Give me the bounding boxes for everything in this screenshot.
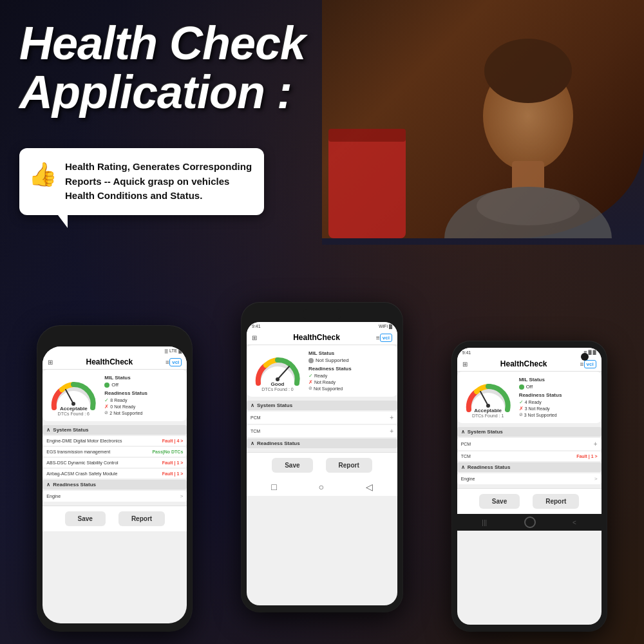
engine-row-1: Engine > [43,491,187,502]
main-title: Health Check Application : [19,19,305,117]
svg-line-11 [480,392,488,406]
svg-point-2 [484,39,572,103]
app-header-2: ⊞ HealthCheck ≡ vci [247,330,397,345]
system-row-2-tcm: TCM + [247,425,397,437]
save-button-3[interactable]: Save [479,494,520,509]
status-bar-1: ||| LTE ▓ [43,346,187,355]
phones-container: ||| LTE ▓ ⊞ HealthCheck ≡ vci [0,303,644,631]
app-title-3: HealthCheck [468,359,580,368]
readiness-status-header-1: ∧ Readiness Status [43,480,187,489]
gauge-1: Acceptable DTCs Found : 6 [48,375,99,416]
not-supported-item-2: ⊘ Not Supported [308,386,392,391]
info-box: 👍 Health Rating, Generates Corresponding… [19,148,264,215]
system-row-3-tcm: TCM Fault | 1 > [457,451,601,461]
report-button-1[interactable]: Report [118,511,165,526]
not-supported-item-1: ⊘ 2 Not Supported [104,410,182,415]
save-button-2[interactable]: Save [272,458,312,473]
status-icons-2: WiFi ▓ [379,324,392,328]
punch-camera-3 [581,353,589,361]
gauge-section-1: Acceptable DTCs Found : 6 MIL Status Off… [43,370,187,421]
mil-section-3: MIL Status Off Readiness Status ✓ 4 Read… [519,377,596,418]
gauge-section-3: Acceptable DTCs Found : 1 MIL Status Off… [457,372,601,423]
bottom-buttons-1: Save Report [43,506,187,531]
mil-off-1: Off [104,382,182,388]
ready-item-1: ✓ 8 Ready [104,397,182,403]
phone-1: ||| LTE ▓ ⊞ HealthCheck ≡ vci [37,326,192,631]
nav-bar-3: ||| < [457,514,601,531]
nav-circle-2[interactable]: ○ [318,482,323,492]
readiness-status-header-3: ∧ Readiness Status [457,462,601,472]
back-icon-2[interactable]: ⊞ [252,334,257,341]
screen-3: 9:41 ≋ ▓ ▓ ⊞ HealthCheck ≡ vci [457,348,601,625]
svg-point-10 [276,377,279,381]
app-title-1: HealthCheck [53,357,166,366]
info-text: Health Rating, Generates Corresponding R… [65,160,252,204]
bottom-buttons-3: Save Report [457,488,601,514]
nav-lines-3[interactable]: ||| [482,519,487,526]
mil-section-1: MIL Status Off Readiness Status ✓ 8 Read… [104,375,182,416]
report-button-2[interactable]: Report [326,458,372,473]
readiness-title-2: Readiness Status [308,366,392,372]
not-ready-item-1: ✗ 0 Not Ready [104,404,182,410]
system-row-1-3: ABS-DSC Dynamic Stability Control Fault … [43,458,187,468]
app-content-3: ∧ System Status PCM + TCM Fault | 1 > ∧ … [457,427,601,486]
person-background [322,0,644,245]
system-row-1-1: Engine-DME Digital Motor Electronics Fau… [43,436,187,446]
system-status-header-3: ∧ System Status [457,427,601,437]
nav-home-3[interactable] [524,516,536,528]
vci-badge-3: vci [584,360,596,368]
ready-item-2: ✓ Ready [308,373,392,379]
readiness-status-header-2: ∧ Readiness Status [247,439,397,448]
menu-icon-3[interactable]: ≡ [580,361,584,368]
mil-title-2: MIL Status [308,350,392,356]
status-bar-2: 9:41 WiFi ▓ [247,322,397,330]
status-icons-1: ||| LTE ▓ [164,348,182,353]
app-header-1: ⊞ HealthCheck ≡ vci [43,355,187,370]
title-line2: Application : [19,68,305,117]
app-content-1: ∧ System Status Engine-DME Digital Motor… [43,425,187,503]
app-content-2: ∧ System Status PCM + TCM + ∧ Readiness … [247,401,397,450]
gauge-section-2: Good DTCs Found : 0 MIL Status Not Suppo… [247,345,397,397]
readiness-title-3: Readiness Status [519,392,596,398]
report-button-3[interactable]: Report [533,494,579,509]
screen-1: ||| LTE ▓ ⊞ HealthCheck ≡ vci [43,346,187,623]
phone-3: 9:41 ≋ ▓ ▓ ⊞ HealthCheck ≡ vci [452,341,607,631]
bottom-buttons-2: Save Report [247,452,397,478]
svg-point-12 [486,404,490,408]
mil-title-3: MIL Status [519,377,596,383]
nav-bar-2: □ ○ ◁ [247,478,397,496]
svg-point-4 [477,187,580,225]
status-bar-3: 9:41 ≋ ▓ ▓ [457,348,601,357]
mil-status-2: Not Supported [308,357,392,363]
vci-badge-2: vci [380,334,392,342]
system-status-header-1: ∧ System Status [43,425,187,435]
screen-2: 9:41 WiFi ▓ ⊞ HealthCheck ≡ vci [247,322,397,605]
gauge-2: Good DTCs Found : 0 [252,351,303,392]
mil-title-1: MIL Status [104,375,182,381]
system-row-1-2: EGS transmission management Pass|No DTCs [43,447,187,457]
svg-line-7 [66,390,73,404]
svg-point-8 [71,402,75,406]
dtc-label-3: DTCs Found : 1 [462,413,514,418]
save-button-1[interactable]: Save [65,511,106,526]
not-ready-item-2: ✗ Not Ready [308,379,392,385]
nav-back-3[interactable]: < [573,519,576,526]
dtc-label-2: DTCs Found : 0 [252,387,303,392]
back-icon-1[interactable]: ⊞ [48,359,53,366]
not-supported-item-3: ⊘ 3 Not Supported [519,412,596,417]
gauge-3: Acceptable DTCs Found : 1 [462,377,514,418]
svg-line-9 [278,366,289,379]
back-icon-3[interactable]: ⊞ [462,361,468,368]
nav-back-2[interactable]: ◁ [366,482,373,492]
pill-camera-2 [303,309,341,319]
app-header-3: ⊞ HealthCheck ≡ vci [457,357,601,372]
svg-rect-5 [328,129,406,238]
mil-section-2: MIL Status Not Supported Readiness Statu… [308,350,392,392]
vci-badge-1: vci [169,358,182,366]
readiness-title-1: Readiness Status [104,390,182,396]
ready-item-3: ✓ 4 Ready [519,399,596,405]
nav-square-2[interactable]: □ [271,482,276,492]
thumbs-up-icon: 👍 [28,161,57,188]
menu-icon-2[interactable]: ≡ [376,334,380,341]
phone-2: 9:41 WiFi ▓ ⊞ HealthCheck ≡ vci [242,303,402,612]
